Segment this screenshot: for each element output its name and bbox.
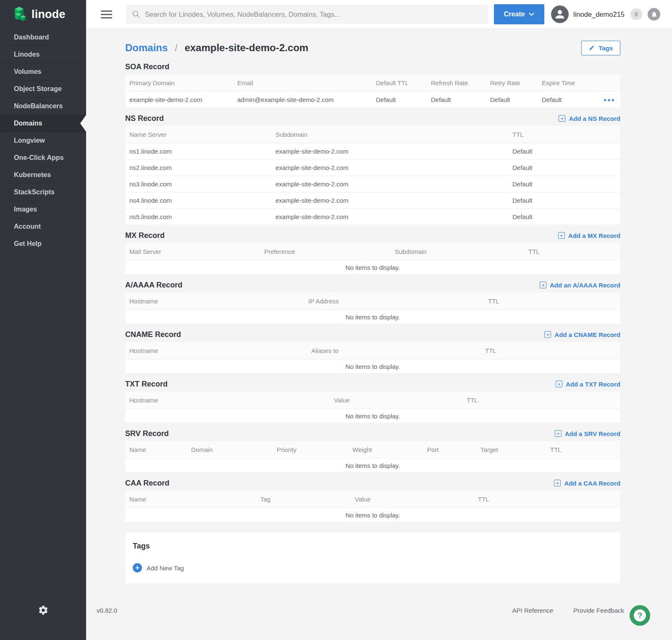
table-header-row: Name ServerSubdomainTTL [125, 126, 620, 143]
add-record-link-txt[interactable]: Add a TXT Record [556, 381, 620, 388]
notifications-button[interactable] [648, 8, 660, 21]
sidebar-item-stackscripts[interactable]: StackScripts [0, 184, 86, 201]
record-section-mx: MX RecordAdd a MX RecordMail ServerPrefe… [125, 230, 620, 274]
column-header: Expire Time [542, 79, 604, 86]
provide-feedback-link[interactable]: Provide Feedback [573, 607, 624, 614]
table-cell: Default [542, 96, 604, 103]
sidebar-item-get-help[interactable]: Get Help [0, 235, 86, 253]
table-cell: ns5.linode.com [129, 213, 276, 220]
sidebar-item-kubernetes[interactable]: Kubernetes [0, 167, 86, 184]
table-row[interactable]: ns5.linode.comexample-site-demo-2.comDef… [125, 208, 620, 225]
column-header: TTL [485, 347, 616, 354]
section-title: MX Record [125, 231, 165, 240]
table-cell: Default [512, 164, 616, 171]
sidebar-item-object-storage[interactable]: Object Storage [0, 81, 86, 98]
add-record-label: Add a SRV Record [565, 430, 620, 437]
empty-table-message: No items to display. [125, 309, 620, 324]
search-bar[interactable] [126, 5, 488, 24]
section-header-mx: MX RecordAdd a MX Record [125, 230, 620, 240]
help-question-icon: ? [634, 609, 646, 622]
menu-icon[interactable] [101, 8, 112, 21]
help-button[interactable]: ? [630, 605, 650, 626]
section-header-srv: SRV RecordAdd a SRV Record [125, 428, 620, 439]
logo-text: linode [32, 8, 66, 21]
sidebar-item-images[interactable]: Images [0, 201, 86, 218]
user-icon [554, 8, 566, 21]
sidebar-item-dashboard[interactable]: Dashboard [0, 29, 86, 46]
add-record-link-mx[interactable]: Add a MX Record [558, 232, 620, 239]
column-header: TTL [550, 446, 616, 453]
sidebar-item-account[interactable]: Account [0, 218, 86, 235]
empty-table-message: No items to display. [125, 260, 620, 274]
linode-logo[interactable]: linode [0, 0, 86, 29]
column-header: Tag [260, 496, 355, 503]
column-header: Aliases to [311, 347, 485, 354]
add-record-link-srv[interactable]: Add a SRV Record [555, 430, 620, 437]
record-section-soa: SOA RecordPrimary DomainEmailDefault TTL… [125, 62, 620, 107]
table-row[interactable]: ns1.linode.comexample-site-demo-2.comDef… [125, 143, 620, 159]
add-record-link-a[interactable]: Add an A/AAAA Record [540, 282, 620, 289]
table-cell: ns2.linode.com [129, 164, 276, 171]
section-title: SOA Record [125, 63, 169, 71]
section-title: TXT Record [125, 380, 168, 389]
table-header-row: HostnameIP AddressTTL [125, 293, 620, 309]
add-new-tag-label: Add New Tag [147, 564, 184, 572]
table-header-row: HostnameValueTTL [125, 392, 620, 408]
sidebar-item-domains[interactable]: Domains [0, 115, 86, 132]
table-cell: example-site-demo-2.com [276, 148, 512, 155]
bell-icon [651, 11, 658, 18]
row-actions-button[interactable]: ●●● [604, 97, 617, 103]
sidebar-nav: DashboardLinodesVolumesObject StorageNod… [0, 29, 86, 253]
record-section-cname: CNAME RecordAdd a CNAME RecordHostnameAl… [125, 329, 620, 373]
add-record-link-caa[interactable]: Add a CAA Record [554, 480, 620, 487]
sidebar-item-label: Get Help [14, 240, 42, 248]
column-header: Hostname [129, 347, 311, 354]
tags-button[interactable]: Tags [581, 41, 620, 55]
column-header: Name [129, 446, 191, 453]
column-header: Weight [352, 446, 427, 453]
section-header-a: A/AAAA RecordAdd an A/AAAA Record [125, 280, 620, 290]
add-record-link-ns[interactable]: Add a NS Record [559, 115, 620, 122]
table-cell: Default [376, 96, 431, 103]
sidebar-item-longview[interactable]: Longview [0, 132, 86, 149]
add-box-icon [555, 430, 562, 437]
sidebar-item-volumes[interactable]: Volumes [0, 63, 86, 81]
breadcrumb-domains-link[interactable]: Domains [125, 42, 168, 53]
sidebar-item-linodes[interactable]: Linodes [0, 46, 86, 63]
add-box-icon [554, 480, 561, 486]
table-cell: example-site-demo-2.com [276, 180, 512, 188]
avatar[interactable] [551, 5, 569, 23]
sidebar-item-label: Account [14, 223, 41, 230]
add-record-label: Add a CNAME Record [554, 331, 620, 338]
search-icon [132, 10, 140, 18]
sidebar-settings-button[interactable] [0, 605, 86, 616]
sidebar-item-one-click-apps[interactable]: One-Click Apps [0, 149, 86, 167]
api-reference-link[interactable]: API Reference [512, 607, 554, 614]
column-header: Target [480, 446, 550, 453]
table-row[interactable]: example-site-demo-2.comadmin@example-sit… [125, 91, 620, 107]
table-cell: example-site-demo-2.com [276, 197, 512, 204]
table-row[interactable]: ns3.linode.comexample-site-demo-2.comDef… [125, 175, 620, 192]
sidebar-item-nodebalancers[interactable]: NodeBalancers [0, 98, 86, 115]
column-header: IP Address [308, 298, 488, 305]
empty-table-message: No items to display. [125, 507, 620, 522]
username[interactable]: linode_demo215 [573, 10, 625, 18]
column-header: TTL [467, 397, 616, 404]
chevron-down-icon [529, 13, 534, 16]
version-label: v0.82.0 [97, 607, 117, 614]
column-header: Retry Rate [490, 79, 542, 86]
add-box-icon [559, 115, 565, 122]
column-header: Hostname [129, 397, 334, 404]
add-box-icon [556, 381, 562, 387]
tags-panel: Tags Add New Tag [125, 533, 620, 583]
create-button[interactable]: Create [494, 4, 544, 24]
search-input[interactable] [145, 10, 482, 18]
add-new-tag-button[interactable]: Add New Tag [133, 563, 184, 572]
table-row[interactable]: ns4.linode.comexample-site-demo-2.comDef… [125, 192, 620, 208]
record-section-txt: TXT RecordAdd a TXT RecordHostnameValueT… [125, 379, 620, 423]
add-record-link-cname[interactable]: Add a CNAME Record [544, 331, 620, 338]
table-row[interactable]: ns2.linode.comexample-site-demo-2.comDef… [125, 159, 620, 175]
sidebar-item-label: Images [14, 206, 37, 213]
table-cell: ns4.linode.com [129, 197, 276, 204]
notification-count-badge: 0 [630, 8, 642, 20]
